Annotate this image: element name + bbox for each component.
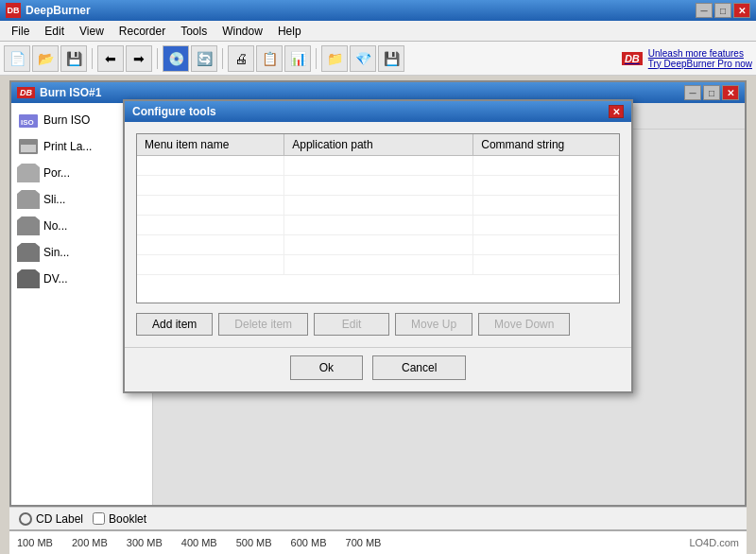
modal-title: Configure tools	[132, 105, 216, 118]
modal-titlebar: Configure tools ✕	[125, 101, 631, 122]
tools-table: Menu item name Application path Command …	[137, 134, 619, 275]
ok-button[interactable]: Ok	[290, 355, 363, 380]
modal-action-buttons: Add item Delete item Edit Move Up Move D…	[136, 313, 620, 336]
table-row	[137, 156, 619, 176]
tools-table-body	[137, 156, 619, 275]
move-up-button[interactable]: Move Up	[395, 313, 472, 336]
edit-button[interactable]: Edit	[314, 313, 389, 336]
add-item-button[interactable]: Add item	[136, 313, 213, 336]
move-down-button[interactable]: Move Down	[478, 313, 570, 336]
modal-overlay: Configure tools ✕ Menu item name Applica…	[0, 0, 756, 554]
col-menu-item-name: Menu item name	[137, 134, 284, 156]
table-row	[137, 216, 619, 235]
modal-close-button[interactable]: ✕	[609, 105, 624, 118]
table-row	[137, 196, 619, 216]
modal-body: Menu item name Application path Command …	[125, 122, 631, 347]
col-application-path: Application path	[284, 134, 473, 156]
col-command-string: Command string	[473, 134, 619, 156]
table-row	[137, 176, 619, 196]
delete-item-button[interactable]: Delete item	[218, 313, 308, 336]
cancel-button[interactable]: Cancel	[372, 355, 466, 380]
configure-tools-dialog: Configure tools ✕ Menu item name Applica…	[123, 99, 633, 393]
table-row	[137, 255, 619, 275]
table-row	[137, 235, 619, 255]
modal-footer: Ok Cancel	[125, 347, 631, 391]
tools-table-container: Menu item name Application path Command …	[136, 133, 620, 303]
